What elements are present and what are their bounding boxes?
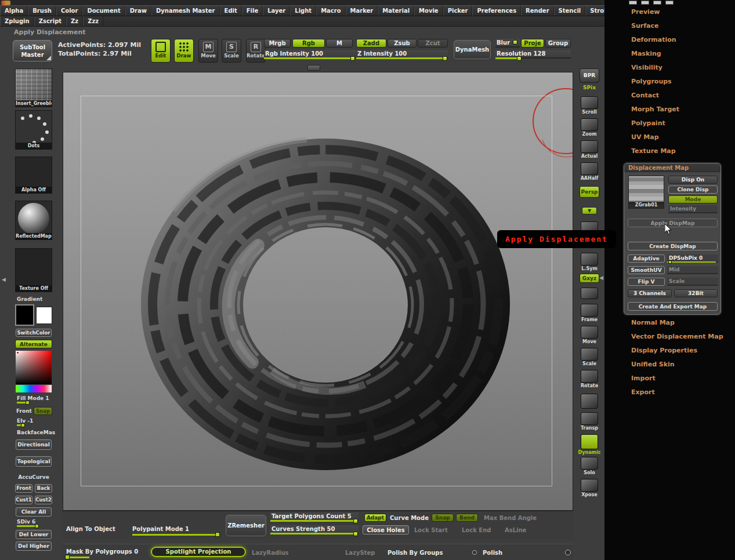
draw-button[interactable]: Draw [174, 39, 194, 63]
palette-section[interactable]: Polygroups [604, 78, 735, 92]
palette-section[interactable]: Display Properties [604, 347, 735, 361]
target-polygons-slider[interactable]: Target Polygons Count 5 [270, 512, 359, 521]
menu-item[interactable]: Stencil [554, 6, 586, 16]
palette-section[interactable]: Surface [604, 22, 735, 36]
gradient-button[interactable]: Gradient [12, 296, 56, 302]
main-color-swatch[interactable] [15, 304, 34, 326]
titlebar-icon[interactable] [641, 1, 649, 5]
switchcolor-button[interactable]: SwitchColor [16, 329, 52, 337]
zremesher-button[interactable]: ZRemesher [226, 515, 266, 536]
palette-section[interactable]: Texture Map [604, 147, 735, 161]
slider-knob[interactable] [26, 401, 30, 405]
bend-toggle[interactable]: Bend [456, 514, 478, 522]
menu-item[interactable]: Brush [28, 6, 56, 16]
subtool-master-button[interactable]: SubTool Master [13, 40, 52, 61]
topological-button[interactable]: Topological [16, 456, 52, 467]
adapt-toggle[interactable]: Adapt [364, 514, 386, 522]
adaptive-toggle[interactable]: Adaptive [628, 254, 665, 263]
palette-section[interactable]: Export [604, 388, 735, 402]
menu-item[interactable]: Light [290, 6, 316, 16]
max-bend-angle-slider[interactable]: Max Bend Angle [484, 515, 537, 521]
xpose-button[interactable]: Xpose [576, 479, 603, 497]
zcut-button[interactable]: Zcut [418, 39, 448, 48]
backfacemask-toggle[interactable]: BackfaceMas [12, 430, 56, 435]
smoothuv-toggle[interactable]: SmoothUV [628, 266, 665, 274]
menu-item[interactable]: Dynamesh Master [151, 6, 220, 16]
zsub-button[interactable]: Zsub [388, 39, 417, 48]
stroke-thumbnail[interactable]: Dots [15, 110, 52, 150]
slider-knob[interactable] [513, 40, 517, 45]
palette-section[interactable]: UV Map [604, 133, 735, 147]
mode-toggle[interactable]: Mode [668, 195, 718, 203]
channels-button[interactable]: 3 Channels [628, 289, 672, 297]
menu-item[interactable]: File [242, 6, 263, 16]
spotlight-projection-button[interactable]: Spotlight Projection [151, 547, 246, 557]
mid-slider[interactable]: Mid [667, 266, 718, 274]
menu-item[interactable]: Material [378, 6, 414, 16]
rgb-intensity-slider[interactable]: Rgb Intensity 100 [264, 50, 356, 59]
menu-item[interactable]: Movie [414, 6, 443, 16]
gxyz-button[interactable]: Gxyz [580, 274, 599, 283]
menu-item[interactable]: Zzz [83, 16, 103, 26]
snap-toggle[interactable]: Snap [34, 407, 52, 415]
palette-section[interactable]: Deformation [604, 36, 735, 50]
slider-knob[interactable] [353, 532, 358, 536]
blur-slider[interactable]: Blur [495, 39, 520, 48]
dpsubpix-slider[interactable]: DPSubPix 0 [667, 254, 718, 263]
palette-section[interactable]: Normal Map [604, 319, 735, 333]
canvas-top-handle[interactable] [307, 65, 320, 71]
menu-item[interactable]: Zz [66, 16, 83, 26]
create-dispmap-button[interactable]: Create DispMap [628, 242, 718, 250]
dynamesh-button[interactable]: DynaMesh [454, 40, 491, 59]
bit-depth-button[interactable]: 32Bit [674, 289, 718, 297]
lazystep-slider[interactable]: LazyStep [345, 550, 375, 556]
menu-item[interactable]: Color [56, 6, 82, 16]
align-to-object-button[interactable]: Align To Object [66, 526, 115, 532]
color-picker[interactable] [16, 351, 52, 392]
spix-button[interactable]: SPix [576, 85, 603, 90]
cust1-button[interactable]: Cust1 [15, 496, 32, 504]
titlebar-icon[interactable] [629, 1, 637, 5]
directional-button[interactable]: Directional [16, 439, 52, 450]
alternate-button[interactable]: Alternate [15, 340, 52, 348]
menu-item[interactable]: Picker [443, 6, 473, 16]
displacement-map-header[interactable]: Displacement Map [624, 163, 720, 172]
slider-knob[interactable] [21, 423, 25, 427]
slider-knob[interactable] [350, 56, 355, 61]
palette-section[interactable]: Contact [604, 92, 735, 106]
palette-section[interactable]: Import [604, 374, 735, 388]
move-button[interactable]: M Move [198, 39, 218, 63]
left-divider-arrow[interactable]: ◀ [2, 277, 6, 282]
material-thumbnail[interactable]: ReflectedMap2 [15, 201, 52, 240]
titlebar-icon[interactable] [653, 1, 661, 5]
menu-item[interactable]: Preferences [472, 6, 521, 16]
elv-slider[interactable]: Elv -1 [12, 418, 56, 424]
slider-knob[interactable] [443, 56, 447, 61]
slider-knob[interactable] [668, 260, 672, 264]
scale-button[interactable]: S Scale [222, 39, 241, 63]
lock-start-toggle[interactable]: Lock Start [414, 527, 448, 533]
del-lower-button[interactable]: Del Lower [16, 530, 52, 539]
persp-button[interactable]: Persp [580, 186, 599, 198]
move-canvas-button[interactable]: Move [576, 326, 603, 344]
clone-disp-button[interactable]: Clone Disp [668, 186, 718, 194]
slider-knob[interactable] [353, 519, 358, 523]
menu-item[interactable]: Alpha [0, 6, 28, 16]
edit-button[interactable]: Edit [151, 39, 171, 63]
menu-item[interactable]: Zscript [34, 16, 66, 26]
palette-section[interactable]: Preview [604, 8, 735, 22]
group-button[interactable]: Group [545, 39, 571, 48]
solo-button[interactable]: Solo [576, 457, 603, 475]
disp-on-button[interactable]: Disp On [668, 176, 718, 184]
z-intensity-slider[interactable]: Z Intensity 100 [356, 50, 448, 59]
resolution-slider[interactable]: Resolution 128 [495, 50, 571, 59]
expand-shelf-button[interactable]: ▼ [582, 207, 597, 214]
lsym-button[interactable]: L.Sym [576, 253, 603, 271]
snap-curve-toggle[interactable]: Snap [432, 514, 454, 522]
menu-item[interactable]: Macro [316, 6, 345, 16]
m-button[interactable]: M [326, 39, 353, 48]
menu-item[interactable]: Layer [263, 6, 290, 16]
accucurve-button[interactable]: AccuCurve [12, 474, 56, 480]
bpr-button[interactable]: BPR [580, 68, 599, 83]
dynamic-button[interactable]: Dynamic [576, 434, 603, 455]
